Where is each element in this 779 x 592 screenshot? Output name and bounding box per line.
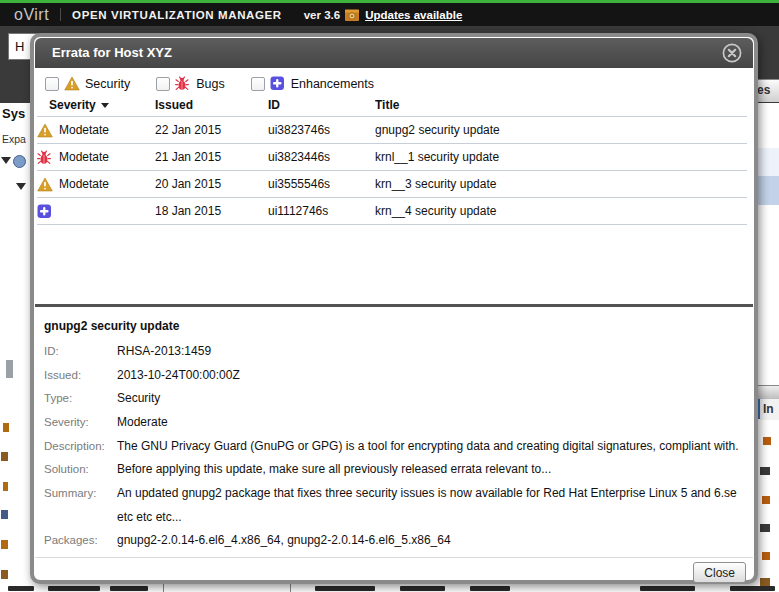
field-label: Description: — [44, 440, 117, 452]
enhancements-checkbox[interactable] — [251, 77, 265, 91]
detail-divider — [35, 304, 753, 307]
plus-icon — [270, 76, 286, 91]
tree-expander-icon[interactable] — [1, 157, 11, 164]
detail-row-solution: Solution: Before applying this update, m… — [44, 457, 745, 481]
detail-heading: gnupg2 security update — [44, 319, 179, 333]
issued-cell: 18 Jan 2015 — [155, 204, 268, 218]
issued-cell: 22 Jan 2015 — [155, 123, 268, 137]
bugs-checkbox[interactable] — [156, 77, 170, 91]
app-title: OPEN VIRTUALIZATION MANAGER — [72, 9, 282, 21]
column-header-id[interactable]: ID — [268, 98, 375, 112]
background-fragment — [8, 586, 34, 591]
severity-cell: Modetate — [59, 177, 109, 191]
severity-cell: Modetate — [59, 123, 109, 137]
filter-label: Security — [85, 77, 130, 91]
errata-table: Severity Issued ID Title Modetate 22 Jan… — [37, 94, 747, 225]
field-value: Moderate — [117, 415, 745, 429]
background-fragment — [110, 586, 148, 591]
background-fragment — [6, 360, 13, 378]
grid-row-fragment[interactable] — [757, 148, 779, 177]
tree-item-icon-fragment — [1, 570, 8, 579]
ovirt-logo: oVirt — [14, 6, 49, 24]
title-cell: krn__4 security update — [375, 204, 747, 218]
field-label: Type: — [44, 392, 117, 404]
grid-row-selected-fragment[interactable] — [757, 176, 779, 205]
filter-label: Enhancements — [291, 77, 374, 91]
top-bar: oVirt OPEN VIRTUALIZATION MANAGER ver 3.… — [0, 3, 779, 26]
table-row[interactable]: Modetate 21 Jan 2015 ui3823446s krnl__1 … — [37, 144, 747, 171]
detail-row-description: Description: The GNU Privacy Guard (GnuP… — [44, 434, 745, 458]
filter-bugs: Bugs — [156, 76, 225, 91]
issued-cell: 21 Jan 2015 — [155, 150, 268, 164]
filter-enhancements: Enhancements — [251, 76, 374, 91]
id-cell: ui3823446s — [268, 150, 375, 164]
background-fragment — [730, 586, 775, 591]
table-row[interactable]: Modetate 22 Jan 2015 ui3823746s gnupg2 s… — [37, 117, 747, 144]
column-divider-fragment — [290, 583, 291, 592]
field-value: etc etc etc... — [117, 510, 745, 524]
detail-fields: ID: RHSA-2013:1459 Issued: 2013-10-24T00… — [44, 339, 745, 552]
updates-available-link[interactable]: Updates available — [365, 9, 462, 21]
event-log-fragment — [760, 467, 770, 475]
errata-filters: Security Bugs Enhancements — [45, 76, 374, 91]
detail-tab-fragment[interactable]: In — [760, 399, 779, 420]
field-label: Solution: — [44, 463, 117, 475]
close-icon[interactable] — [721, 42, 743, 64]
expand-all-link[interactable]: Expa — [2, 133, 26, 145]
warning-icon — [37, 123, 53, 138]
severity-cell: Modetate — [59, 150, 109, 164]
dialog-title-bar[interactable]: Errata for Host XYZ — [35, 38, 753, 68]
filter-label: Bugs — [196, 77, 225, 91]
detail-row-summary: Summary: An updated gnupg2 package that … — [44, 481, 745, 505]
system-globe-icon — [13, 155, 26, 168]
id-cell: ui3555546s — [268, 177, 375, 191]
security-checkbox[interactable] — [45, 77, 59, 91]
system-tree-header: Sys — [2, 106, 25, 121]
dialog-title: Errata for Host XYZ — [35, 38, 753, 68]
field-value: 2013-10-24T00:00:00Z — [117, 368, 745, 382]
tree-item-icon-fragment — [1, 510, 8, 519]
errata-dialog: Errata for Host XYZ Security — [30, 33, 758, 584]
column-header-title[interactable]: Title — [375, 98, 747, 112]
detail-row-id: ID: RHSA-2013:1459 — [44, 339, 745, 363]
column-label: Severity — [49, 98, 96, 112]
background-fragment — [470, 586, 510, 591]
field-value: RHSA-2013:1459 — [117, 344, 745, 358]
detail-row-type: Type: Security — [44, 386, 745, 410]
field-value: gnupg2-2.0.14-6.el6_4.x86_64, gnupg2-2.0… — [117, 533, 745, 547]
updates-package-icon — [344, 7, 360, 22]
sort-caret-icon — [101, 103, 109, 108]
title-cell: krnl__1 security update — [375, 150, 747, 164]
tree-item-icon-fragment — [1, 540, 8, 549]
topbar-divider — [60, 8, 61, 21]
dialog-body: Security Bugs Enhancements — [35, 68, 753, 579]
background-fragment — [640, 586, 695, 591]
table-row[interactable]: 18 Jan 2015 ui1112746s krn__4 security u… — [37, 198, 747, 225]
table-header-row: Severity Issued ID Title — [37, 94, 747, 117]
version-label: ver 3.6 — [304, 9, 340, 21]
detail-row-packages: Packages: gnupg2-2.0.14-6.el6_4.x86_64, … — [44, 529, 745, 553]
footer-divider — [35, 557, 753, 558]
close-button[interactable]: Close — [693, 562, 746, 583]
background-fragment — [315, 586, 375, 591]
column-header-issued[interactable]: Issued — [155, 98, 268, 112]
field-value: An updated gnupg2 package that fixes thr… — [117, 486, 745, 500]
field-label: Summary: — [44, 487, 117, 499]
field-value: Security — [117, 391, 745, 405]
id-cell: ui3823746s — [268, 123, 375, 137]
filter-security: Security — [45, 76, 130, 91]
field-value: Before applying this update, make sure a… — [117, 462, 745, 476]
tree-item-icon-fragment — [3, 482, 8, 491]
tree-item-icon-fragment — [3, 423, 9, 432]
id-cell: ui1112746s — [268, 204, 375, 218]
column-header-severity[interactable]: Severity — [37, 98, 155, 112]
field-label: Packages: — [44, 534, 117, 546]
detail-row-summary-cont: etc etc etc... — [44, 505, 745, 529]
detail-row-severity: Severity: Moderate — [44, 410, 745, 434]
tree-expander-icon[interactable] — [16, 183, 26, 190]
event-log-fragment — [762, 552, 770, 560]
event-log-fragment — [760, 524, 770, 532]
background-fragment — [48, 586, 100, 591]
table-row[interactable]: Modetate 20 Jan 2015 ui3555546s krn__3 s… — [37, 171, 747, 198]
warning-icon — [37, 177, 53, 192]
